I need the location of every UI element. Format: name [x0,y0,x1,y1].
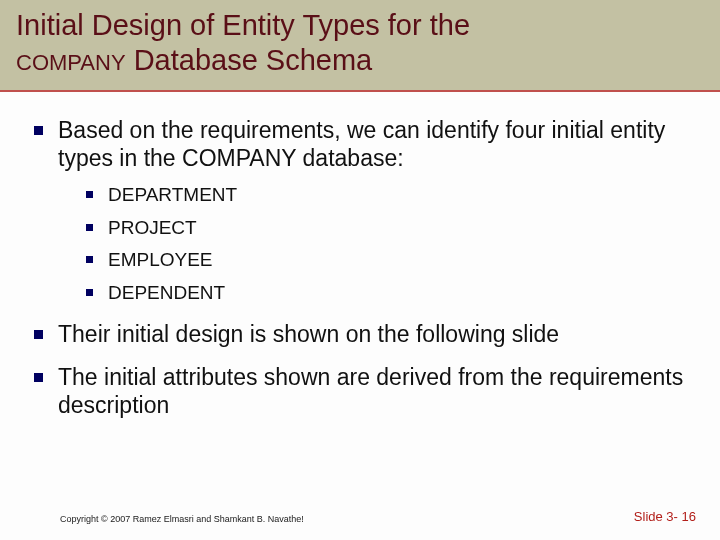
slide-number: Slide 3- 16 [634,509,696,524]
bullet-text: The initial attributes shown are derived… [58,364,683,419]
bullet-text: Based on the requirements, we can identi… [58,117,665,172]
sub-bullet-text: PROJECT [108,217,197,238]
bullet-item: Their initial design is shown on the fol… [24,320,696,349]
sub-bullet-item: PROJECT [78,216,696,241]
copyright-text: Copyright © 2007 Ramez Elmasri and Shamk… [60,514,304,524]
footer: Copyright © 2007 Ramez Elmasri and Shamk… [0,509,720,524]
bullet-item: The initial attributes shown are derived… [24,363,696,421]
title-band: Initial Design of Entity Types for the C… [0,0,720,92]
sub-bullet-list: DEPARTMENT PROJECT EMPLOYEE DEPENDENT [78,183,696,306]
title-line1: Initial Design of Entity Types for the [16,9,470,41]
bullet-item: Based on the requirements, we can identi… [24,116,696,306]
bullet-text: Their initial design is shown on the fol… [58,321,559,347]
sub-bullet-text: EMPLOYEE [108,249,213,270]
sub-bullet-item: DEPARTMENT [78,183,696,208]
bullet-list: Based on the requirements, we can identi… [24,116,696,421]
content-area: Based on the requirements, we can identi… [0,92,720,421]
slide-title: Initial Design of Entity Types for the C… [16,8,704,78]
sub-bullet-item: EMPLOYEE [78,248,696,273]
sub-bullet-text: DEPARTMENT [108,184,237,205]
title-line2-rest: Database Schema [126,44,373,76]
sub-bullet-text: DEPENDENT [108,282,225,303]
title-smallcap: COMPANY [16,50,126,75]
sub-bullet-item: DEPENDENT [78,281,696,306]
